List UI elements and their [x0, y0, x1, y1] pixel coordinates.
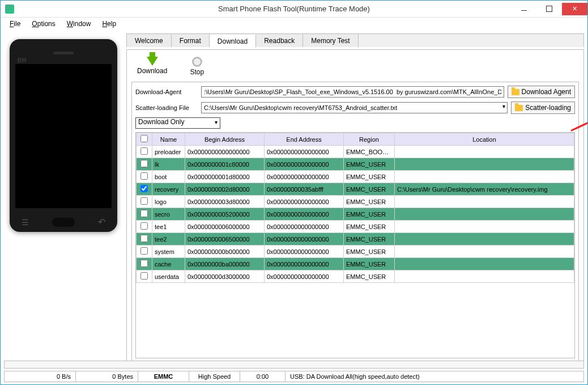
scatter-file-input[interactable] — [201, 102, 508, 113]
cell-end: 0x0000000000000000 — [265, 233, 344, 246]
status-storage: EMMC — [138, 371, 189, 382]
row-checkbox[interactable] — [140, 185, 148, 192]
cell-end: 0x0000000000000000 — [265, 246, 344, 258]
minimize-button[interactable] — [511, 3, 536, 15]
cell-name: cache — [152, 258, 185, 270]
tab-download[interactable]: Download — [210, 35, 256, 48]
table-row[interactable]: recovery0x0000000002d800000x00000000035a… — [137, 183, 574, 196]
table-row[interactable]: cache0x00000000ba0000000x000000000000000… — [137, 258, 574, 270]
download-agent-input[interactable] — [201, 86, 504, 98]
download-action-button[interactable]: Download — [137, 57, 167, 76]
folder-icon — [515, 105, 523, 111]
cell-region: EMMC_USER — [344, 208, 395, 221]
table-row[interactable]: preloader0x00000000000000000x00000000000… — [137, 146, 574, 158]
table-row[interactable]: boot0x0000000001d800000x0000000000000000… — [137, 171, 574, 183]
status-mode: High Speed — [189, 371, 240, 382]
cell-end: 0x0000000000000000 — [265, 171, 344, 183]
download-agent-button[interactable]: Download Agent — [508, 86, 575, 98]
cell-end: 0x00000000035abfff — [265, 183, 344, 196]
tab-format[interactable]: Format — [172, 34, 210, 47]
cell-end: 0x0000000000000000 — [265, 158, 344, 171]
cell-begin: 0x00000000d3000000 — [185, 270, 265, 283]
row-checkbox[interactable] — [140, 235, 148, 242]
progress-bar — [4, 361, 584, 369]
table-row[interactable]: tee20x00000000065000000x0000000000000000… — [137, 233, 574, 246]
cell-begin: 0x0000000000000000 — [185, 146, 265, 158]
tab-memory-test[interactable]: Memory Test — [303, 34, 358, 47]
row-checkbox[interactable] — [140, 160, 148, 167]
cell-region: EMMC_USER — [344, 171, 395, 183]
cell-begin: 0x0000000006000000 — [185, 221, 265, 233]
phone-speaker-icon — [53, 52, 74, 54]
menu-window[interactable]: Window — [62, 19, 96, 29]
col-begin[interactable]: Begin Address — [185, 133, 265, 146]
app-icon — [5, 5, 14, 14]
stop-action-button[interactable]: Stop — [190, 57, 204, 76]
partition-table: Name Begin Address End Address Region Lo… — [136, 133, 574, 283]
table-row[interactable]: lk0x0000000001c800000x0000000000000000EM… — [137, 158, 574, 171]
row-checkbox[interactable] — [140, 272, 148, 280]
menu-options[interactable]: Options — [27, 19, 59, 29]
row-checkbox[interactable] — [140, 147, 148, 155]
stop-icon — [192, 57, 202, 67]
row-checkbox[interactable] — [140, 260, 148, 267]
stop-action-label: Stop — [190, 68, 204, 76]
cell-name: boot — [152, 171, 185, 183]
scatter-loading-button[interactable]: Scatter-loading — [511, 101, 575, 114]
tab-readback[interactable]: Readback — [256, 34, 303, 47]
cell-location — [395, 270, 574, 283]
col-name[interactable]: Name — [152, 133, 185, 146]
cell-end: 0x0000000000000000 — [265, 208, 344, 221]
cell-name: lk — [152, 158, 185, 171]
table-row[interactable]: tee10x00000000060000000x0000000000000000… — [137, 221, 574, 233]
cell-location — [395, 171, 574, 183]
select-all-checkbox[interactable] — [140, 135, 148, 142]
row-checkbox[interactable] — [140, 210, 148, 217]
col-region[interactable]: Region — [344, 133, 395, 146]
row-checkbox[interactable] — [140, 197, 148, 205]
cell-end: 0x0000000000000000 — [265, 196, 344, 208]
cell-location — [395, 221, 574, 233]
download-action-label: Download — [137, 67, 167, 75]
cell-end: 0x0000000000000000 — [265, 270, 344, 283]
col-location[interactable]: Location — [395, 133, 574, 146]
row-checkbox[interactable] — [140, 222, 148, 230]
table-row[interactable]: system0x000000000b0000000x00000000000000… — [137, 246, 574, 258]
status-connection: USB: DA Download All(high speed,auto det… — [286, 371, 583, 382]
cell-location — [395, 196, 574, 208]
folder-icon — [512, 89, 519, 95]
cell-location — [395, 208, 574, 221]
menu-file[interactable]: File — [5, 19, 25, 29]
cell-location: C:\Users\Mr Guru\Desktop\cwm recovery\re… — [395, 183, 574, 196]
cell-location — [395, 246, 574, 258]
cell-begin: 0x0000000003d80000 — [185, 196, 265, 208]
row-checkbox[interactable] — [140, 172, 148, 180]
window-title: Smart Phone Flash Tool(Runtime Trace Mod… — [218, 5, 370, 13]
cell-begin: 0x000000000b000000 — [185, 246, 265, 258]
download-mode-select[interactable]: Download Only — [135, 117, 220, 129]
cell-name: logo — [152, 196, 185, 208]
close-button[interactable] — [562, 3, 587, 15]
col-end[interactable]: End Address — [265, 133, 344, 146]
status-speed: 0 B/s — [14, 371, 76, 382]
cell-name: system — [152, 246, 185, 258]
table-row[interactable]: userdata0x00000000d30000000x000000000000… — [137, 270, 574, 283]
phone-menu-icon — [22, 218, 29, 227]
maximize-button[interactable] — [536, 3, 562, 15]
cell-name: recovery — [152, 183, 185, 196]
cell-region: EMMC_USER — [344, 233, 395, 246]
row-checkbox[interactable] — [140, 247, 148, 255]
table-row[interactable]: logo0x0000000003d800000x0000000000000000… — [137, 196, 574, 208]
phone-back-icon — [98, 217, 105, 227]
cell-name: tee1 — [152, 221, 185, 233]
tab-welcome[interactable]: Welcome — [127, 34, 172, 47]
table-row[interactable]: secro0x00000000052000000x000000000000000… — [137, 208, 574, 221]
cell-begin: 0x0000000001d80000 — [185, 171, 265, 183]
cell-end: 0x0000000000000000 — [265, 221, 344, 233]
menu-bar: File Options Window Help — [1, 18, 587, 30]
cell-end: 0x0000000000000000 — [265, 258, 344, 270]
phone-preview-panel: BM — [4, 33, 123, 367]
cell-begin: 0x0000000005200000 — [185, 208, 265, 221]
tab-bar: Welcome Format Download Readback Memory … — [126, 33, 584, 47]
menu-help[interactable]: Help — [97, 19, 121, 29]
